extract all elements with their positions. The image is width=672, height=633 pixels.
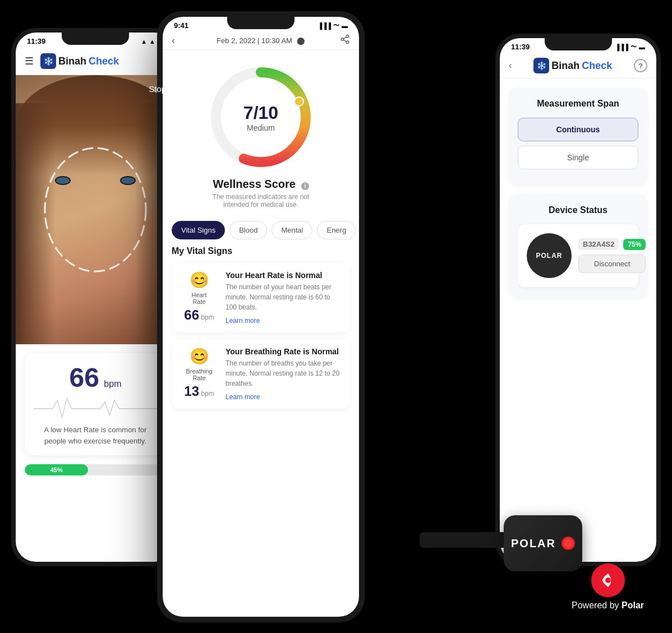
device-inner: POLAR B32A4S2 75% Disconnect [518, 224, 638, 287]
heart-rate-val: 66 bpm [184, 307, 214, 323]
face-scan-area: Stop [16, 75, 175, 344]
polar-device-icon: POLAR [527, 233, 572, 278]
info-icon[interactable]: i [301, 182, 309, 190]
svg-line-5 [343, 37, 346, 39]
notch-center [227, 17, 294, 29]
battery-right-icon: ▬ [639, 44, 645, 50]
hr-description: A low Heart Rate is common for people wh… [34, 424, 157, 446]
app-logo-left: ❄️ Binah Check [40, 53, 119, 69]
notch-right [545, 38, 612, 50]
polar-physical-device: POLAR [436, 487, 582, 599]
notch-left [62, 33, 129, 45]
wellness-title: Wellness Score i [213, 178, 309, 191]
vitals-section: My Vital Signs 😊 HeartRate 66 bpm Your H… [163, 246, 359, 409]
svg-point-9 [605, 577, 611, 583]
scene: 11:39 ▲ ▲ ▬ ☰ ❄️ Binah Check [0, 0, 672, 633]
stop-button[interactable]: Stop [149, 84, 166, 94]
center-navbar: ‹ Feb 2, 2022 | 10:30 AM ⬤ [163, 32, 359, 50]
status-icons-center: ▐▐▐ 〜 ▬ [318, 21, 348, 30]
svg-point-0 [45, 148, 146, 271]
wifi-center-icon: 〜 [333, 21, 339, 30]
hr-waveform [34, 398, 157, 420]
face-guide [16, 75, 175, 344]
time-left: 11:39 [27, 37, 45, 45]
vital-right-heart: Your Heart Rate is Normal The number of … [225, 271, 342, 325]
polar-red-indicator [561, 537, 575, 550]
option-single[interactable]: Single [518, 146, 638, 169]
right-navbar: ‹ ❄️ Binah Check ? [500, 53, 656, 78]
center-phone: 9:41 ▐▐▐ 〜 ▬ ‹ Feb 2, 2022 | 10:30 AM ⬤ [157, 11, 365, 622]
tab-energy[interactable]: Energ [317, 221, 356, 239]
date-text: Feb 2, 2022 | 10:30 AM [217, 36, 292, 45]
heart-rate-status: Your Heart Rate is Normal [225, 271, 342, 280]
heart-rate-unit: bpm [199, 313, 214, 321]
date-info: Feb 2, 2022 | 10:30 AM ⬤ [217, 36, 305, 45]
breathing-rate-unit: bpm [199, 390, 214, 398]
option-continuous[interactable]: Continuous [518, 118, 638, 141]
svg-point-2 [341, 38, 344, 41]
powered-by-section: Powered by Polar [572, 563, 644, 611]
svg-point-1 [346, 35, 349, 38]
wellness-gauge: 7/10 Medium Wellness Score i The measure… [163, 50, 359, 214]
vital-card-breathing: 😊 BreathingRate 13 bpm Your Breathing Ra… [172, 339, 350, 409]
device-id: B32A4S2 [578, 238, 619, 250]
tab-blood[interactable]: Blood [229, 221, 267, 239]
time-right: 11:39 [511, 43, 530, 51]
tab-mental[interactable]: Mental [271, 221, 312, 239]
face-oval-svg [39, 142, 151, 277]
vital-left-heart: 😊 HeartRate 66 bpm [179, 271, 219, 325]
back-arrow-right[interactable]: ‹ [509, 61, 512, 71]
back-arrow-center[interactable]: ‹ [172, 35, 175, 47]
logo-icon: ❄️ [40, 53, 56, 69]
signal-bars-icon: ▐▐▐ [318, 22, 331, 29]
breathing-rate-desc: The number of breaths you take per minut… [225, 358, 342, 389]
breathing-rate-learn-more[interactable]: Learn more [225, 393, 342, 401]
tab-vital-signs[interactable]: Vital Signs [172, 221, 225, 239]
svg-point-3 [346, 41, 349, 44]
heart-rate-learn-more[interactable]: Learn more [225, 317, 342, 325]
svg-point-8 [294, 97, 303, 106]
polar-logo-svg [598, 570, 618, 590]
breathing-emoji: 😊 [190, 347, 209, 366]
svg-line-4 [343, 40, 346, 41]
wifi-right-icon: 〜 [630, 43, 637, 51]
powered-by-text: Powered by Polar [572, 600, 644, 611]
polar-brand-text: POLAR [511, 537, 556, 550]
progress-fill: 45% [25, 464, 88, 475]
right-phone: 11:39 ▐▐▐ 〜 ▬ ‹ ❄️ Binah Check ? Measure… [495, 34, 661, 566]
left-navbar: ☰ ❄️ Binah Check [16, 48, 175, 75]
heart-emoji: 😊 [190, 271, 209, 289]
app-logo-right: ❄️ Binah Check [533, 58, 612, 73]
left-phone: 11:39 ▲ ▲ ▬ ☰ ❄️ Binah Check [11, 28, 179, 566]
vital-card-heart-rate: 😊 HeartRate 66 bpm Your Heart Rate is No… [172, 263, 350, 332]
vital-left-breathing: 😊 BreathingRate 13 bpm [179, 347, 219, 401]
battery-badge: 75% [623, 239, 646, 250]
share-icon[interactable] [340, 34, 350, 47]
hamburger-icon[interactable]: ☰ [25, 55, 34, 67]
logo-icon-right: ❄️ [533, 58, 549, 73]
gauge-label: Medium [243, 123, 278, 132]
breathing-rate-status: Your Breathing Rate is Normal [225, 347, 342, 356]
hr-unit: bpm [104, 379, 121, 389]
measurement-span-title: Measurement Span [518, 99, 638, 109]
powered-by-label: Powered by [572, 600, 622, 610]
gauge-score: 7/10 [243, 103, 278, 123]
battery-center-icon: ▬ [342, 22, 348, 29]
device-status-title: Device Status [518, 205, 638, 215]
breathing-rate-val: 13 bpm [184, 384, 214, 399]
status-icons-right: ▐▐▐ 〜 ▬ [615, 43, 645, 51]
device-status-card: Device Status POLAR B32A4S2 75% Disconne… [509, 194, 647, 298]
wellness-subtitle: The measured indicators are not intended… [199, 193, 323, 209]
heart-rate-label: HeartRate [192, 292, 207, 305]
polar-logo-text: POLAR [536, 252, 563, 260]
help-button[interactable]: ? [634, 59, 647, 72]
app-name-blue-right: Check [582, 60, 612, 72]
wifi-icon: ▲ [149, 38, 155, 45]
breathing-rate-label: BreathingRate [186, 368, 212, 381]
waveform-svg [34, 398, 157, 420]
time-center: 9:41 [174, 21, 188, 30]
disconnect-button[interactable]: Disconnect [578, 255, 646, 273]
heart-rate-desc: The number of your heart beats per minut… [225, 282, 342, 312]
hr-value: 66 [70, 363, 99, 392]
app-name-blue: Check [89, 56, 119, 67]
